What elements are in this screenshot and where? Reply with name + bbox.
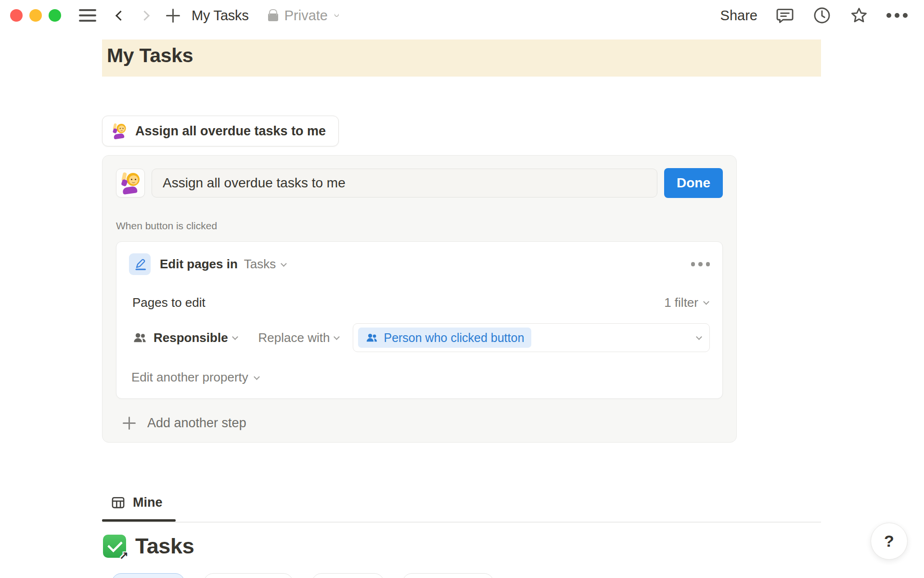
view-filter-pill[interactable] — [402, 573, 494, 578]
step-header: Edit pages in Tasks — [129, 253, 710, 275]
sidebar-toggle-icon[interactable] — [79, 9, 96, 22]
database-title-label: Tasks — [135, 534, 194, 559]
done-button[interactable]: Done — [664, 168, 723, 198]
person-chip-label: Person who clicked button — [384, 331, 524, 345]
active-tab-underline — [102, 519, 176, 522]
filter-dropdown[interactable]: 1 filter — [664, 295, 708, 310]
chevron-down-icon — [696, 334, 702, 340]
lock-icon — [268, 13, 278, 21]
automation-step-card: Edit pages in Tasks Pages to edit 1 filt… — [116, 241, 723, 399]
property-dropdown[interactable]: Responsible — [154, 330, 228, 345]
macos-traffic-lights — [10, 9, 61, 22]
new-page-button[interactable] — [166, 8, 180, 23]
button-name-input[interactable] — [152, 169, 657, 197]
chevron-down-icon — [232, 334, 238, 340]
edit-another-property-label: Edit another property — [131, 370, 248, 385]
person-value-chip[interactable]: Person who clicked button — [358, 328, 531, 348]
property-edit-row: Responsible Replace with Person who clic… — [129, 323, 710, 352]
button-name-row: Done — [116, 168, 723, 198]
table-view-icon — [111, 495, 126, 510]
plus-icon — [166, 9, 180, 23]
view-tabs-divider — [102, 522, 821, 523]
view-filter-pill[interactable] — [204, 573, 293, 578]
star-icon — [849, 5, 869, 26]
linked-database-arrow-icon: ↗ — [119, 551, 128, 562]
step-action-label: Edit pages in — [160, 257, 238, 272]
people-icon — [132, 330, 147, 345]
comment-icon — [775, 6, 795, 25]
add-another-step-button[interactable]: Add another step — [123, 416, 723, 431]
forward-button[interactable] — [139, 8, 153, 23]
button-emoji-picker[interactable] — [116, 169, 145, 197]
more-options-button[interactable] — [886, 13, 908, 18]
button-editor-panel: Done When button is clicked Edit pages i… — [102, 155, 737, 443]
assign-tasks-button[interactable]: Assign all overdue tasks to me — [102, 116, 339, 146]
close-window-button[interactable] — [10, 9, 23, 22]
topbar-actions: Share — [720, 6, 908, 25]
zoom-window-button[interactable] — [49, 9, 61, 22]
clock-icon — [812, 6, 832, 25]
page-title[interactable]: My Tasks — [107, 44, 193, 67]
chevron-down-icon — [703, 299, 709, 305]
view-tab-mine[interactable]: Mine — [102, 493, 176, 512]
trigger-label: When button is clicked — [116, 220, 723, 232]
filter-count-label: 1 filter — [664, 295, 698, 310]
privacy-dropdown[interactable]: Private — [268, 8, 339, 24]
pages-to-edit-label: Pages to edit — [132, 295, 205, 310]
target-database-dropdown[interactable]: Tasks — [244, 257, 276, 272]
raising-hand-emoji — [112, 123, 127, 139]
edit-pages-icon — [129, 253, 151, 275]
plus-icon — [123, 417, 136, 430]
chevron-left-icon — [115, 10, 125, 20]
edit-another-property-button[interactable]: Edit another property — [129, 370, 710, 385]
privacy-label: Private — [284, 8, 328, 24]
view-tab-label: Mine — [133, 495, 163, 510]
window-titlebar: My Tasks Private Share — [0, 0, 924, 31]
check-mark-emoji: ↗ — [103, 535, 126, 558]
chevron-down-icon — [334, 334, 340, 340]
view-filter-pill-active[interactable] — [112, 573, 185, 578]
add-step-label: Add another step — [147, 416, 246, 431]
quick-button-label: Assign all overdue tasks to me — [135, 124, 326, 139]
raising-hand-emoji — [120, 172, 141, 194]
chevron-down-icon — [334, 12, 340, 18]
operation-dropdown[interactable]: Replace with — [258, 330, 330, 345]
share-button[interactable]: Share — [720, 8, 757, 24]
people-icon — [365, 331, 378, 344]
back-button[interactable] — [112, 8, 126, 23]
pages-filter-row: Pages to edit 1 filter — [129, 295, 710, 310]
updates-button[interactable] — [812, 6, 832, 25]
breadcrumb-page-title[interactable]: My Tasks — [192, 8, 249, 24]
minimize-window-button[interactable] — [29, 9, 42, 22]
step-menu-button[interactable] — [691, 262, 710, 266]
comments-button[interactable] — [775, 6, 795, 25]
value-select[interactable]: Person who clicked button — [353, 323, 710, 352]
chevron-down-icon — [281, 261, 287, 267]
page-cover-banner — [102, 39, 821, 77]
favorite-button[interactable] — [849, 6, 869, 25]
chevron-down-icon — [254, 374, 260, 380]
view-filter-pill[interactable] — [312, 573, 384, 578]
help-label: ? — [884, 532, 894, 551]
help-button[interactable]: ? — [871, 523, 908, 560]
chevron-right-icon — [139, 10, 149, 20]
linked-database-title[interactable]: ↗ Tasks — [103, 534, 194, 559]
